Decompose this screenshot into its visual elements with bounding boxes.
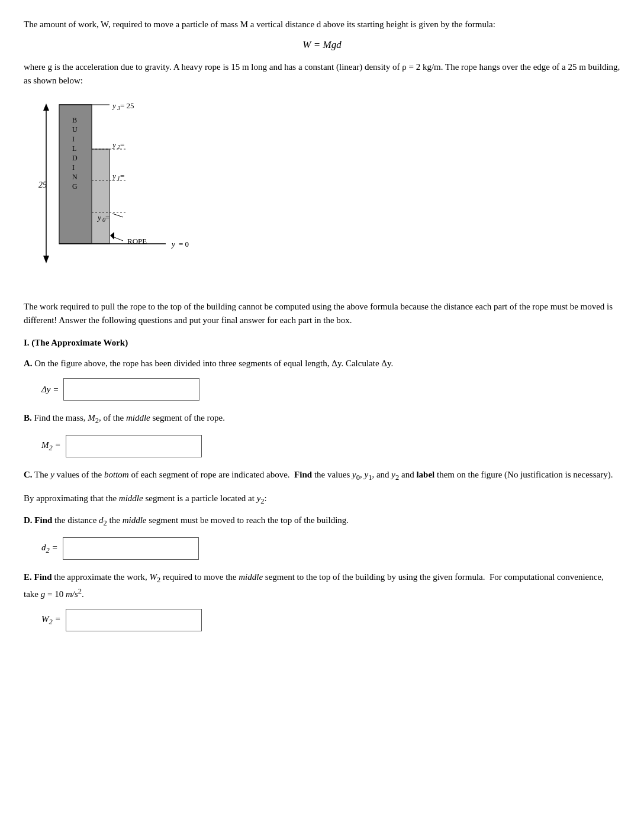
svg-text:L: L — [72, 144, 76, 153]
intro-line2: where g is the acceleration due to gravi… — [24, 60, 620, 87]
svg-text:=: = — [120, 172, 124, 180]
answer-label-b: M2 = — [41, 438, 61, 454]
svg-text:B: B — [72, 116, 77, 124]
answer-label-d: d2 = — [41, 541, 58, 556]
diagram: 25 B U I L D I N G ROPE y 3 = 25 y 2 = — [36, 99, 260, 282]
svg-rect-14 — [92, 149, 110, 244]
svg-text:25: 25 — [38, 180, 47, 189]
answer-label-a: Δy = — [41, 383, 59, 396]
svg-text:U: U — [72, 125, 78, 134]
svg-text:y: y — [111, 101, 116, 110]
approx-note: By approximating that the middle segment… — [24, 492, 620, 507]
svg-text:y: y — [111, 172, 116, 180]
svg-text:= 25: = 25 — [120, 101, 134, 110]
svg-marker-17 — [110, 232, 114, 240]
answer-input-a[interactable] — [63, 378, 199, 401]
svg-marker-1 — [43, 104, 49, 111]
answer-row-d: d2 = — [41, 537, 620, 560]
question-e: E. Find the approximate the work, W2 req… — [24, 570, 620, 601]
answer-input-d[interactable] — [63, 537, 199, 560]
question-d: D. Find the distance d2 the middle segme… — [24, 514, 620, 529]
svg-text:= 0: = 0 — [179, 240, 189, 249]
svg-text:N: N — [72, 173, 78, 181]
svg-text:I: I — [72, 135, 75, 143]
svg-text:y: y — [170, 240, 175, 249]
question-a: A. On the figure above, the rope has bee… — [24, 357, 620, 370]
svg-text:D: D — [72, 154, 78, 162]
answer-row-e: W2 = — [41, 609, 620, 631]
intro-line1: The amount of work, W, required to move … — [24, 18, 620, 31]
svg-text:y: y — [96, 213, 101, 222]
formula-display: W = Mgd — [24, 37, 620, 53]
svg-text:y: y — [111, 140, 116, 149]
question-b: B. Find the mass, M2, of the middle segm… — [24, 411, 620, 427]
svg-marker-3 — [43, 256, 49, 263]
answer-input-b[interactable] — [66, 435, 202, 457]
answer-label-e: W2 = — [41, 612, 61, 628]
question-c: C. The y values of the bottom of each se… — [24, 468, 620, 483]
svg-line-34 — [112, 214, 123, 217]
section-1-header: I. (The Approximate Work) — [24, 336, 620, 350]
answer-input-e[interactable] — [66, 609, 202, 631]
svg-text:I: I — [72, 163, 75, 172]
explanation-text: The work required to pull the rope to th… — [24, 300, 620, 327]
svg-text:=: = — [105, 213, 110, 222]
answer-row-a: Δy = — [41, 378, 620, 401]
diagram-svg: 25 B U I L D I N G ROPE y 3 = 25 y 2 = — [36, 99, 260, 282]
svg-text:G: G — [72, 182, 78, 191]
answer-row-b: M2 = — [41, 435, 620, 457]
svg-text:=: = — [120, 140, 124, 149]
